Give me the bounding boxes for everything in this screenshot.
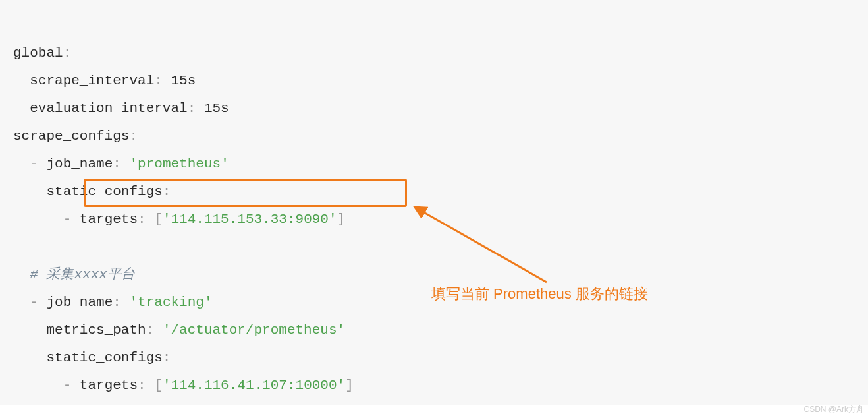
code-line-4: scrape_configs:	[13, 129, 138, 144]
dash: -	[63, 378, 72, 393]
yaml-key: targets	[80, 378, 138, 393]
code-line-8: # 采集xxxx平台	[13, 267, 135, 282]
yaml-key: static_configs	[46, 184, 162, 199]
yaml-string: 114.115.153.33:9090	[171, 212, 329, 227]
yaml-value: 15s	[171, 73, 196, 88]
bracket-open: [	[154, 212, 163, 227]
dash: -	[63, 212, 72, 227]
yaml-key: job_name	[46, 295, 113, 310]
colon: :	[113, 295, 121, 310]
quote: '	[337, 322, 346, 338]
quote: '	[204, 295, 213, 310]
colon: :	[113, 156, 121, 171]
quote: '	[129, 295, 138, 310]
code-line-11: static_configs:	[13, 350, 171, 365]
code-line-9: - job_name: 'tracking'	[13, 295, 213, 310]
yaml-key: targets	[80, 212, 138, 227]
quote: '	[163, 212, 171, 227]
colon: :	[129, 129, 138, 144]
code-line-3: evaluation_interval: 15s	[13, 101, 229, 116]
yaml-string: /actuator/prometheus	[171, 322, 337, 338]
yaml-key: scrape_configs	[13, 129, 129, 144]
colon: :	[188, 101, 196, 116]
dash: -	[30, 295, 38, 310]
yaml-code-block: global: scrape_interval: 15s evaluation_…	[0, 0, 868, 405]
colon: :	[63, 45, 72, 61]
yaml-string: tracking	[138, 295, 204, 310]
yaml-key: scrape_interval	[30, 73, 154, 88]
code-line-10: metrics_path: '/actuator/prometheus'	[13, 322, 345, 338]
quote: '	[163, 378, 171, 393]
colon: :	[138, 378, 146, 393]
quote: '	[221, 156, 229, 171]
code-line-1: global:	[13, 45, 71, 61]
yaml-string: 114.116.41.107:10000	[171, 378, 337, 393]
yaml-key: evaluation_interval	[30, 101, 187, 116]
quote: '	[163, 322, 171, 338]
yaml-key: metrics_path	[46, 322, 146, 338]
watermark: CSDN @Ark方舟	[803, 404, 864, 415]
code-line-6: static_configs:	[13, 184, 171, 199]
code-line-2: scrape_interval: 15s	[13, 73, 196, 88]
yaml-comment: # 采集xxxx平台	[30, 267, 135, 282]
colon: :	[146, 322, 155, 338]
yaml-key: global	[13, 45, 63, 61]
colon: :	[154, 73, 163, 88]
quote: '	[337, 378, 346, 393]
code-line-7: - targets: ['114.115.153.33:9090']	[13, 212, 345, 227]
quote: '	[329, 212, 337, 227]
code-line-5: - job_name: 'prometheus'	[13, 156, 229, 171]
colon: :	[163, 184, 171, 199]
code-line-12: - targets: ['114.116.41.107:10000']	[13, 378, 354, 393]
quote: '	[129, 156, 138, 171]
bracket-close: ]	[345, 378, 354, 393]
yaml-key: job_name	[46, 156, 113, 171]
yaml-string: prometheus	[138, 156, 221, 171]
annotation-label: 填写当前 Prometheus 服务的链接	[431, 285, 648, 303]
bracket-open: [	[154, 378, 163, 393]
dash: -	[30, 156, 38, 171]
colon: :	[138, 212, 146, 227]
colon: :	[163, 350, 171, 365]
yaml-key: static_configs	[46, 350, 162, 365]
bracket-close: ]	[337, 212, 346, 227]
yaml-value: 15s	[204, 101, 229, 116]
